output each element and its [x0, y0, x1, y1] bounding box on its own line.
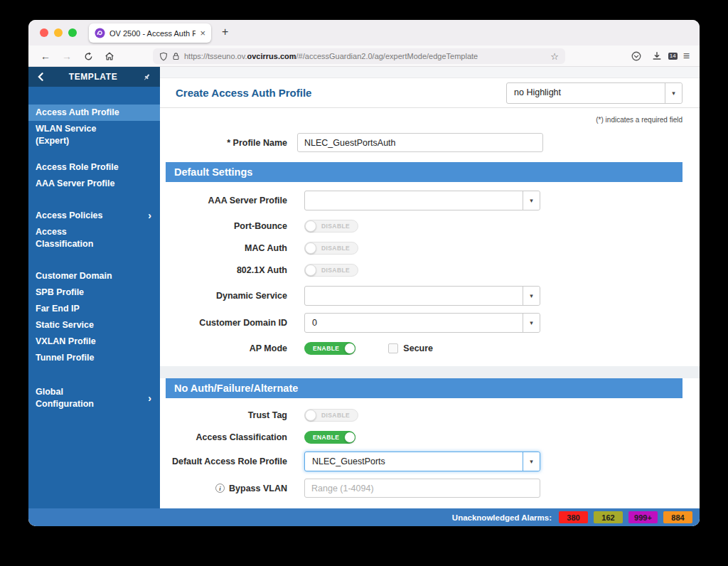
dropdown-caret-icon[interactable]: ▾	[523, 191, 540, 210]
dot1x-auth-toggle[interactable]: DISABLE	[304, 264, 358, 277]
menu-hamburger-icon[interactable]: ≡	[683, 50, 690, 62]
dropdown-caret-icon[interactable]: ▾	[665, 83, 682, 103]
toggle-state-label: DISABLE	[321, 412, 350, 419]
reload-button[interactable]	[82, 50, 94, 62]
toggle-knob	[305, 410, 316, 421]
port-bounce-toggle[interactable]: DISABLE	[304, 220, 358, 233]
tab-bar: OV 2500 - Access Auth Profile × +	[28, 20, 700, 46]
sidebar-item-global-configuration[interactable]: Global Configuration›	[28, 384, 160, 412]
downloads-icon[interactable]	[652, 51, 662, 61]
browser-toolbar: ← → https://tsseuno.ov.ovcirrus.com/#/ac…	[28, 46, 700, 67]
close-window-button[interactable]	[40, 28, 48, 37]
toggle-state-label: ENABLE	[313, 345, 339, 352]
section-divider	[160, 366, 700, 378]
browser-tab[interactable]: OV 2500 - Access Auth Profile ×	[89, 23, 211, 43]
aaa-server-profile-value	[305, 191, 523, 210]
home-button[interactable]	[104, 50, 115, 62]
minor-alarm-badge[interactable]: 999+	[628, 511, 658, 523]
trust-tag-toggle[interactable]: DISABLE	[304, 409, 358, 422]
pin-icon[interactable]	[142, 73, 151, 82]
toggle-state-label: ENABLE	[313, 434, 339, 441]
forward-button[interactable]: →	[61, 50, 73, 62]
sidebar-title: TEMPLATE	[44, 72, 142, 82]
lock-icon[interactable]	[172, 52, 180, 60]
sidebar-item-access-auth-profile[interactable]: Access Auth Profile	[28, 105, 160, 121]
sidebar-item-aaa-server-profile[interactable]: AAA Server Profile	[28, 176, 160, 192]
dropdown-caret-icon[interactable]: ▾	[523, 452, 540, 471]
sidebar-item-access-role-profile[interactable]: Access Role Profile	[28, 159, 160, 176]
unacknowledged-alarms-label: Unacknowledged Alarms:	[452, 513, 552, 522]
dropdown-caret-icon[interactable]: ▾	[523, 287, 540, 305]
major-alarm-badge[interactable]: 162	[594, 511, 623, 523]
toggle-knob	[305, 220, 316, 232]
port-bounce-label: Port-Bounce	[160, 221, 304, 231]
sidebar-item-access-policies[interactable]: Access Policies›	[28, 208, 160, 224]
tab-close-icon[interactable]: ×	[200, 28, 205, 38]
dot1x-auth-label: 802.1X Auth	[160, 265, 304, 275]
url-bar[interactable]: https://tsseuno.ov.ovcirrus.com/#/access…	[153, 48, 565, 64]
access-classification-toggle[interactable]: ENABLE	[304, 431, 355, 444]
url-text: https://tsseuno.ov.ovcirrus.com/#/access…	[184, 52, 478, 60]
sidebar-item-wlan-service-expert[interactable]: WLAN Service (Expert)	[28, 121, 160, 149]
form-area: (*) indicates a required field * Profile…	[160, 108, 700, 508]
customer-domain-id-label: Customer Domain ID	[160, 318, 304, 328]
content-area: TEMPLATE Access Auth Profile WLAN Servic…	[28, 67, 700, 508]
ap-mode-label: AP Mode	[160, 343, 304, 353]
new-tab-button[interactable]: +	[222, 26, 228, 38]
secure-checkbox-label: Secure	[403, 343, 433, 353]
warning-alarm-badge[interactable]: 884	[663, 511, 692, 523]
critical-alarm-badge[interactable]: 380	[559, 511, 588, 523]
main-panel: Create Access Auth Profile no Highlight …	[160, 67, 700, 508]
mac-auth-label: MAC Auth	[160, 243, 304, 253]
profile-name-input[interactable]	[297, 133, 543, 152]
sidebar-item-static-service[interactable]: Static Service	[28, 317, 160, 333]
toggle-state-label: DISABLE	[321, 267, 350, 274]
dynamic-service-value	[305, 287, 523, 305]
back-button[interactable]: ←	[40, 50, 51, 62]
chevron-right-icon: ›	[148, 393, 151, 405]
sidebar-item-customer-domain[interactable]: Customer Domain	[28, 268, 160, 284]
alarm-footer-bar: Unacknowledged Alarms: 380 162 999+ 884	[28, 508, 700, 526]
bypass-vlan-label: i Bypass VLAN	[160, 484, 304, 493]
minimize-window-button[interactable]	[54, 28, 63, 37]
section-header-no-auth: No Auth/Failure/Alternate	[166, 378, 682, 398]
page-title: Create Access Auth Profile	[176, 87, 311, 99]
tab-title: OV 2500 - Access Auth Profile	[109, 29, 196, 38]
aaa-server-profile-select[interactable]: ▾	[304, 191, 540, 210]
zoom-window-button[interactable]	[68, 28, 77, 37]
sidebar-item-tunnel-profile[interactable]: Tunnel Profile	[28, 350, 160, 366]
secure-checkbox[interactable]	[388, 343, 398, 353]
default-access-role-profile-value: NLEC_GuestPorts	[305, 452, 523, 471]
highlight-select[interactable]: no Highlight ▾	[506, 82, 682, 104]
ap-mode-toggle[interactable]: ENABLE	[304, 342, 355, 355]
sidebar-item-access-classification[interactable]: Access Classification	[28, 224, 160, 252]
sidebar-items: Access Auth Profile WLAN Service (Expert…	[28, 105, 160, 412]
collapse-chevron-icon[interactable]	[37, 73, 44, 81]
customer-domain-id-select[interactable]: 0 ▾	[304, 313, 540, 333]
extension-badge: 14	[668, 53, 678, 60]
traffic-lights	[40, 28, 77, 37]
access-classification-label: Access Classification	[160, 432, 304, 442]
chevron-right-icon: ›	[148, 210, 151, 222]
aaa-server-profile-label: AAA Server Profile	[160, 196, 304, 205]
sidebar-header: TEMPLATE	[28, 67, 160, 87]
bypass-vlan-input[interactable]	[304, 479, 540, 498]
bookmark-star-icon[interactable]: ☆	[550, 51, 559, 62]
dynamic-service-select[interactable]: ▾	[304, 286, 540, 306]
page-header: Create Access Auth Profile no Highlight …	[160, 78, 700, 108]
browser-window: OV 2500 - Access Auth Profile × + ← → ht…	[28, 20, 700, 526]
mac-auth-toggle[interactable]: DISABLE	[304, 242, 358, 255]
dropdown-caret-icon[interactable]: ▾	[523, 314, 540, 332]
info-icon[interactable]: i	[215, 484, 225, 493]
customer-domain-id-value: 0	[305, 314, 523, 332]
main-top-strip	[160, 67, 700, 78]
sidebar-item-far-end-ip[interactable]: Far End IP	[28, 301, 160, 317]
tracking-shield-icon[interactable]	[159, 52, 168, 61]
toggle-knob	[344, 432, 355, 443]
default-access-role-profile-select[interactable]: NLEC_GuestPorts ▾	[304, 452, 540, 471]
sidebar-item-spb-profile[interactable]: SPB Profile	[28, 284, 160, 301]
toggle-knob	[305, 265, 316, 276]
toggle-state-label: DISABLE	[321, 245, 350, 252]
sidebar-item-vxlan-profile[interactable]: VXLAN Profile	[28, 333, 160, 350]
pocket-icon[interactable]	[631, 51, 641, 61]
